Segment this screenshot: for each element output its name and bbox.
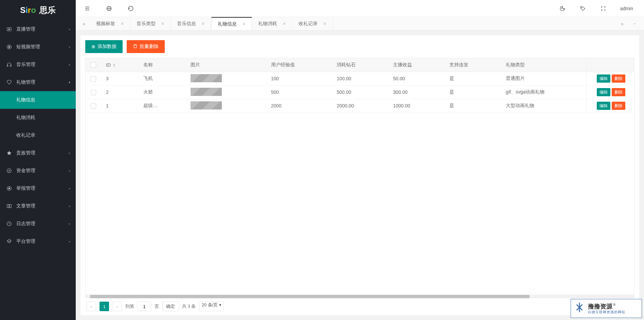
sidebar-group-4[interactable]: 贵族管理▾ — [0, 144, 76, 162]
sort-icon[interactable]: ▲▼ — [113, 63, 115, 67]
pager-size-select[interactable]: 20 条/页 ▾ — [199, 302, 223, 311]
chevron-down-icon: ▾ — [69, 63, 70, 67]
col-header-0[interactable]: ID▲▼ — [101, 58, 139, 72]
sidebar-group-label: 礼物管理 — [16, 79, 35, 85]
add-button[interactable]: ⊕ 添加数据 — [85, 40, 123, 53]
sidebar-group-2[interactable]: 音乐管理▾ — [0, 56, 76, 73]
chevron-down-icon: ▾ — [69, 28, 70, 31]
sidebar-item-3-0[interactable]: 礼物信息 — [0, 91, 76, 109]
sidebar-group-9[interactable]: 平台管理▾ — [0, 233, 76, 250]
row-checkbox[interactable] — [91, 76, 96, 82]
close-icon[interactable]: ✕ — [161, 21, 164, 26]
topbar: admin — [76, 0, 644, 17]
svg-point-22 — [563, 9, 564, 9]
cell-burst: 是 — [445, 72, 501, 85]
user-menu[interactable]: admin — [620, 6, 633, 11]
close-icon[interactable]: ✕ — [121, 21, 124, 26]
cell-exp: 2000 — [266, 99, 332, 113]
svg-marker-6 — [7, 80, 11, 84]
pager-goto-input[interactable] — [138, 302, 151, 311]
col-header-label: 消耗钻石 — [337, 62, 356, 67]
row-checkbox[interactable] — [91, 90, 96, 95]
select-all-checkbox[interactable] — [91, 62, 96, 68]
edit-button[interactable]: 编辑 — [597, 102, 610, 110]
delete-button[interactable]: 删除 — [612, 74, 625, 83]
cell-burst: 是 — [445, 99, 501, 113]
watermark-logo-icon — [574, 302, 585, 316]
tab-label: 音乐信息 — [177, 21, 196, 27]
horizontal-scrollbar-thumb[interactable] — [90, 295, 530, 298]
cell-exp: 500 — [266, 85, 332, 99]
close-icon[interactable]: ✕ — [201, 21, 205, 26]
theme-icon[interactable] — [559, 5, 566, 12]
edit-button[interactable]: 编辑 — [597, 74, 610, 83]
tabs-more-icon[interactable] — [628, 17, 641, 30]
sidebar-group-0[interactable]: 直播管理▾ — [0, 20, 76, 38]
bulk-delete-button-label: 批量删除 — [140, 44, 159, 50]
cell-name: 飞机 — [139, 72, 185, 85]
sidebar-group-1[interactable]: 短视频管理▾ — [0, 38, 76, 56]
horizontal-scrollbar[interactable] — [85, 295, 634, 298]
sidebar-item-3-2[interactable]: 收礼记录 — [0, 127, 76, 144]
watermark-subtitle: 白嫖互联网资源的网站 — [588, 310, 625, 314]
fullscreen-icon[interactable] — [600, 5, 607, 12]
tab-4[interactable]: 礼物消耗✕ — [252, 17, 292, 30]
cell-image — [186, 85, 266, 99]
tab-2[interactable]: 音乐信息✕ — [171, 17, 211, 30]
close-icon[interactable]: ✕ — [242, 22, 246, 27]
globe-icon[interactable] — [106, 5, 112, 12]
col-header-label: 名称 — [143, 62, 153, 67]
tag-icon[interactable] — [579, 5, 586, 12]
close-icon[interactable]: ✕ — [323, 21, 326, 26]
sidebar-group-6[interactable]: 举报管理▾ — [0, 180, 76, 197]
pager-prev[interactable]: ‹ — [87, 302, 96, 311]
book-icon — [6, 203, 12, 209]
pager-confirm-button[interactable]: 确定 — [162, 302, 179, 311]
tabs-scroll-left[interactable]: « — [78, 17, 90, 30]
tab-1[interactable]: 音乐类型✕ — [130, 17, 171, 30]
sidebar-item-3-1[interactable]: 礼物消耗 — [0, 109, 76, 127]
chevron-down-icon: ▾ — [69, 204, 70, 208]
tab-3[interactable]: 礼物信息✕ — [211, 17, 252, 30]
sidebar-group-label: 平台管理 — [16, 238, 35, 245]
cell-id: 3 — [101, 72, 139, 85]
tab-label: 礼物消耗 — [258, 21, 277, 27]
chevron-down-icon: ▾ — [69, 81, 70, 84]
star-icon — [6, 150, 12, 156]
delete-button[interactable]: 删除 — [612, 88, 625, 96]
col-header-2: 图片 — [186, 58, 266, 72]
pager-page-1[interactable]: 1 — [100, 302, 109, 311]
edit-button[interactable]: 编辑 — [597, 88, 610, 96]
svg-marker-1 — [9, 29, 10, 30]
svg-text:¥: ¥ — [8, 169, 10, 172]
cell-image — [186, 72, 266, 85]
sidebar-group-5[interactable]: ¥资金管理▾ — [0, 162, 76, 180]
svg-rect-5 — [10, 65, 11, 66]
thumbnail — [191, 74, 222, 82]
card: ⊕ 添加数据 批量删除 ID▲▼名称图片用户经验值消耗钻石主播收益支持连发礼物类… — [80, 35, 639, 315]
logo-cn: 思乐 — [39, 5, 56, 16]
table-row: 2火箭500500.00300.00是gif、svga动画礼物是 — [86, 85, 634, 99]
delete-button[interactable]: 删除 — [612, 102, 625, 110]
refresh-icon[interactable] — [127, 5, 134, 12]
bulk-delete-button[interactable]: 批量删除 — [127, 40, 165, 53]
collapse-sidebar-icon[interactable] — [84, 5, 91, 12]
table-row: 1超级…20002000.001000.00是大型动画礼物是 — [86, 99, 634, 113]
row-checkbox[interactable] — [91, 103, 96, 109]
col-header-label: 用户经验值 — [271, 62, 295, 67]
sidebar-group-3[interactable]: 礼物管理▾ — [0, 73, 76, 91]
svg-marker-13 — [7, 239, 11, 242]
watermark: 撸撸资源® 白嫖互联网资源的网站 — [571, 299, 642, 318]
sidebar-group-8[interactable]: 日志管理▾ — [0, 215, 76, 233]
tabs-scroll-right[interactable]: » — [616, 17, 628, 30]
tab-5[interactable]: 收礼记录✕ — [292, 17, 333, 30]
sidebar-group-7[interactable]: 文章管理▾ — [0, 197, 76, 215]
flag-icon — [6, 186, 12, 191]
sidebar-group-label: 音乐管理 — [16, 62, 35, 68]
watermark-reg: ® — [613, 303, 615, 307]
pager-next[interactable]: › — [112, 302, 122, 311]
tab-0[interactable]: 视频标签✕ — [90, 17, 130, 30]
cell-type: 大型动画礼物 — [501, 99, 596, 113]
close-icon[interactable]: ✕ — [283, 21, 286, 26]
col-header-6: 支持连发 — [445, 58, 501, 72]
